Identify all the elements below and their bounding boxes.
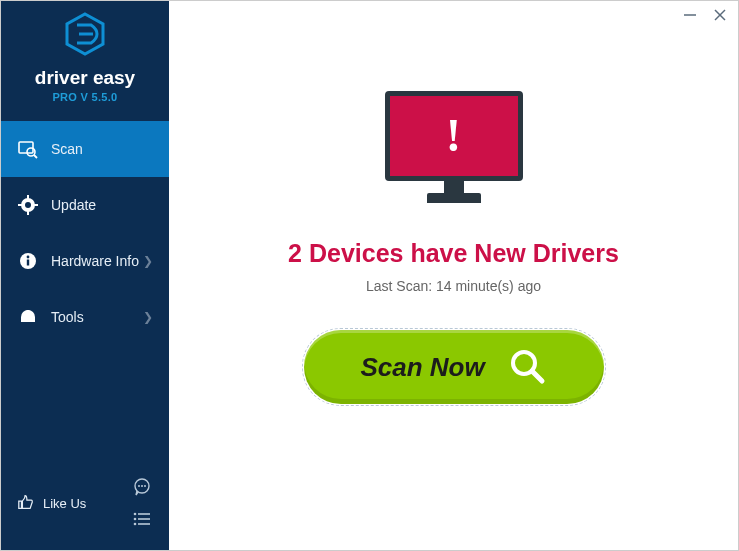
titlebar-controls (682, 7, 728, 23)
svg-line-29 (532, 371, 542, 381)
scan-now-button[interactable]: Scan Now (304, 330, 604, 404)
svg-point-21 (144, 485, 146, 487)
sidebar-footer: Like Us (1, 462, 169, 550)
sidebar-item-label: Tools (51, 309, 84, 325)
svg-point-24 (134, 518, 137, 521)
tools-icon (17, 306, 39, 328)
like-us-button[interactable]: Like Us (17, 493, 86, 514)
scan-button-focus-ring: Scan Now (302, 328, 606, 406)
svg-rect-11 (27, 211, 29, 215)
main-pane: ! 2 Devices have New Drivers Last Scan: … (169, 1, 738, 550)
footer-icons (131, 476, 153, 530)
version-label: PRO V 5.5.0 (52, 91, 117, 103)
feedback-icon[interactable] (131, 476, 153, 498)
minimize-button[interactable] (682, 7, 698, 23)
sidebar-nav: Scan Update Hardware Info ❯ Tools (1, 121, 169, 345)
gear-icon (17, 194, 39, 216)
svg-line-7 (34, 155, 37, 158)
logo-block: driver easy PRO V 5.5.0 (1, 1, 169, 121)
svg-rect-17 (27, 310, 30, 315)
sidebar-item-update[interactable]: Update (1, 177, 169, 233)
brand-name: driver easy (35, 67, 135, 89)
info-icon (17, 250, 39, 272)
close-button[interactable] (712, 7, 728, 23)
svg-rect-13 (34, 204, 38, 206)
svg-point-19 (138, 485, 140, 487)
svg-point-15 (27, 256, 30, 259)
scan-now-label: Scan Now (360, 352, 484, 383)
sidebar-item-hardware-info[interactable]: Hardware Info ❯ (1, 233, 169, 289)
monitor-screen: ! (385, 91, 523, 181)
thumbs-up-icon (17, 493, 35, 514)
svg-point-26 (134, 523, 137, 526)
sidebar: driver easy PRO V 5.5.0 Scan Update H (1, 1, 169, 550)
scan-icon (17, 138, 39, 160)
menu-icon[interactable] (131, 508, 153, 530)
logo-icon (62, 11, 108, 61)
search-icon (507, 346, 547, 389)
chevron-right-icon: ❯ (143, 310, 153, 324)
sidebar-item-label: Scan (51, 141, 83, 157)
svg-rect-16 (27, 260, 29, 266)
like-us-label: Like Us (43, 496, 86, 511)
svg-point-22 (134, 513, 137, 516)
sidebar-item-label: Hardware Info (51, 253, 139, 269)
headline-text: 2 Devices have New Drivers (288, 239, 619, 268)
chevron-right-icon: ❯ (143, 254, 153, 268)
exclamation-icon: ! (446, 113, 461, 159)
svg-point-20 (141, 485, 143, 487)
alert-monitor-illustration: ! (384, 91, 524, 211)
sidebar-item-scan[interactable]: Scan (1, 121, 169, 177)
sidebar-item-label: Update (51, 197, 96, 213)
sidebar-item-tools[interactable]: Tools ❯ (1, 289, 169, 345)
svg-rect-10 (27, 195, 29, 199)
svg-point-9 (25, 202, 31, 208)
app-window: driver easy PRO V 5.5.0 Scan Update H (1, 1, 738, 550)
last-scan-text: Last Scan: 14 minute(s) ago (366, 278, 541, 294)
svg-rect-12 (18, 204, 22, 206)
